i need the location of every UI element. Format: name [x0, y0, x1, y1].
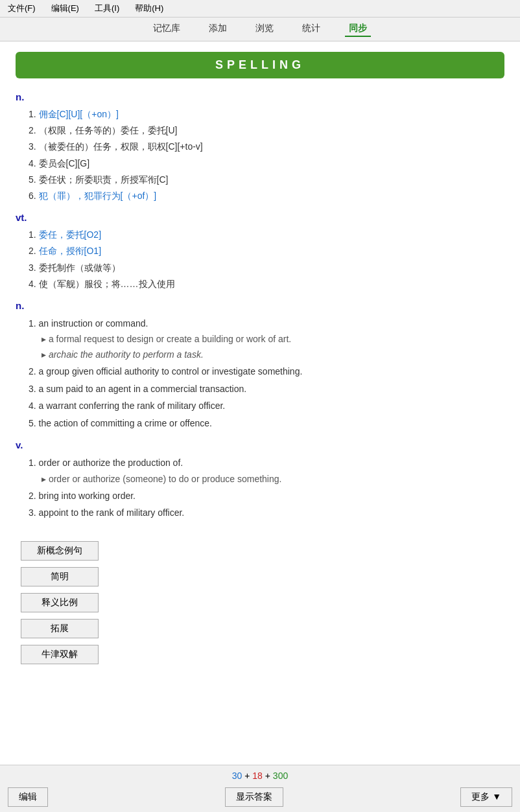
list-item: 委任，委托[O2]: [29, 227, 504, 243]
buttons-section: 新概念例句 简明 释义比例 拓展 牛津双解: [16, 541, 504, 664]
nav-add[interactable]: 添加: [205, 21, 231, 37]
list-item: a warrant conferring the rank of militar…: [29, 397, 504, 415]
btn-proportion[interactable]: 释义比例: [21, 593, 99, 612]
nav-browse[interactable]: 浏览: [252, 21, 278, 37]
stat-num1: 30: [232, 771, 242, 781]
menu-help[interactable]: 帮助(H): [132, 1, 166, 16]
menu-edit[interactable]: 编辑(E): [49, 1, 82, 16]
nav-stats[interactable]: 统计: [298, 21, 324, 37]
edit-button[interactable]: 编辑: [8, 787, 48, 807]
nav-sync[interactable]: 同步: [345, 21, 371, 37]
stat-num3: 300: [273, 771, 288, 781]
list-item: appoint to the rank of military officer.: [29, 504, 504, 522]
stat-num2: 18: [252, 771, 263, 781]
main-content: SPELLING n. 佣金[C][U][（+on）] （权限，任务等的）委任，…: [0, 41, 520, 765]
stat-plus2: +: [263, 771, 273, 781]
list-item: 佣金[C][U][（+on）]: [29, 106, 504, 122]
pos-label-en-v: v.: [16, 439, 504, 450]
list-item: order or authorize the production of. or…: [29, 454, 504, 487]
list-item: bring into working order.: [29, 487, 504, 505]
btn-newconcept[interactable]: 新概念例句: [21, 541, 99, 561]
nav-memory[interactable]: 记忆库: [149, 21, 184, 37]
pos-label-cn-n1: n.: [16, 91, 504, 102]
list-item: 委任状；所委职责，所授军衔[C]: [29, 172, 504, 188]
list-item: （权限，任务等的）委任，委托[U]: [29, 122, 504, 139]
list-item: 委员会[C][G]: [29, 156, 504, 172]
stat-plus1: +: [242, 771, 252, 781]
sub-def: order or authorize (someone) to do or pr…: [29, 472, 504, 487]
list-item: the action of committing a crime or offe…: [29, 415, 504, 432]
menu-file[interactable]: 文件(F): [5, 1, 38, 16]
list-item: （被委任的）任务，权限，职权[C][+to-v]: [29, 139, 504, 155]
sub-def: a formal request to design or create a b…: [29, 332, 504, 347]
btn-expand[interactable]: 拓展: [21, 619, 99, 638]
en-def-list-v: order or authorize the production of. or…: [16, 454, 504, 522]
show-answer-button[interactable]: 显示答案: [225, 787, 283, 807]
more-button[interactable]: 更多 ▼: [460, 787, 512, 807]
menu-tools[interactable]: 工具(I): [92, 1, 122, 16]
spelling-banner: SPELLING: [16, 52, 504, 78]
sub-def: archaic the authority to perform a task.: [29, 347, 504, 363]
footer-stats: 30 + 18 + 300: [0, 765, 520, 783]
pos-label-en-n: n.: [16, 300, 504, 311]
btn-oxford[interactable]: 牛津双解: [21, 645, 99, 664]
btn-concise[interactable]: 简明: [21, 567, 99, 586]
list-item: an instruction or command. a formal requ…: [29, 315, 504, 363]
list-item: a sum paid to an agent in a commercial t…: [29, 380, 504, 398]
list-item: a group given official authority to cont…: [29, 363, 504, 380]
cn-def-list-n1: 佣金[C][U][（+on）] （权限，任务等的）委任，委托[U] （被委任的）…: [16, 106, 504, 204]
menu-bar: 文件(F) 编辑(E) 工具(I) 帮助(H): [0, 0, 520, 17]
pos-label-cn-vt: vt.: [16, 212, 504, 223]
cn-def-list-vt: 委任，委托[O2] 任命，授衔[O1] 委托制作（或做等） 使（军舰）服役；将……: [16, 227, 504, 292]
footer: 30 + 18 + 300 编辑 显示答案 更多 ▼: [0, 765, 520, 812]
en-def-list-n: an instruction or command. a formal requ…: [16, 315, 504, 432]
list-item: 犯（罪），犯罪行为[（+of）]: [29, 188, 504, 204]
list-item: 使（军舰）服役；将……投入使用: [29, 276, 504, 292]
footer-bar: 编辑 显示答案 更多 ▼: [0, 783, 520, 812]
list-item: 委托制作（或做等）: [29, 260, 504, 276]
list-item: 任命，授衔[O1]: [29, 243, 504, 259]
nav-bar: 记忆库 添加 浏览 统计 同步: [0, 17, 520, 41]
